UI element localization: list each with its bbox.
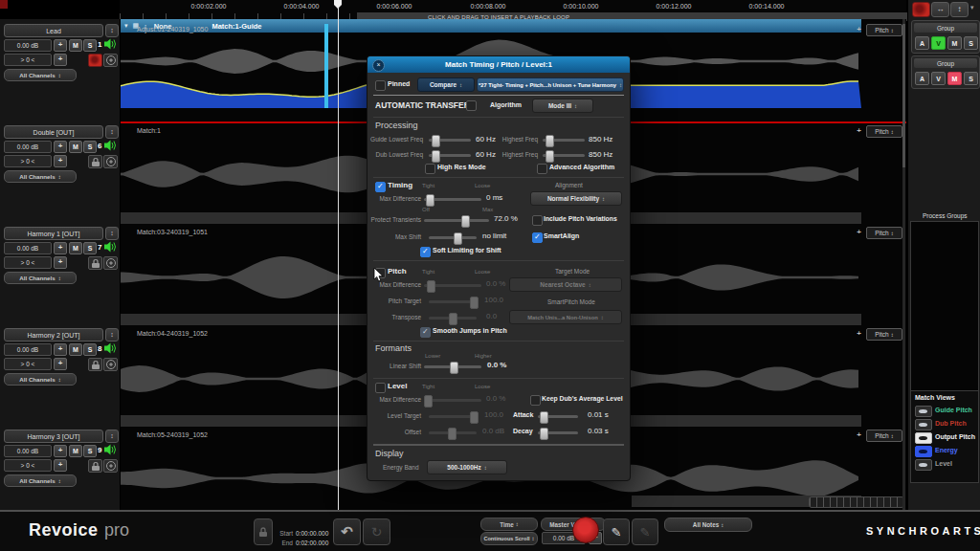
dub-highest-slider[interactable] [543,154,585,157]
solo-button[interactable]: S [83,39,97,52]
target-icon[interactable] [103,459,118,473]
vertical-scrollbar[interactable] [902,19,905,510]
track-resize-button[interactable]: ↕ [105,24,119,37]
soft-limiting-checkbox[interactable] [420,247,431,257]
lock-icon[interactable] [88,358,102,371]
track-name[interactable]: Harmony 3 [OUT] [4,430,103,443]
h-zoom-button[interactable]: ↔ [931,2,949,17]
crosshair-icon[interactable]: + [54,445,67,457]
target-icon[interactable] [103,256,118,270]
crosshair-icon[interactable]: + [855,328,863,339]
tab-match-guide[interactable]: Match:1-Guide [212,22,261,31]
process-groups-panel[interactable] [910,221,979,410]
high-res-checkbox[interactable] [425,164,435,174]
group-v-button[interactable]: V [931,72,946,85]
edit-tool-button[interactable]: ✎ [603,518,630,545]
pitch-view-button[interactable]: Pitch↕ [866,125,902,138]
target-icon[interactable] [103,155,118,168]
eye-icon-dub-pitch[interactable] [915,419,932,430]
include-pitch-checkbox[interactable] [532,215,543,226]
channels-dropdown[interactable]: All Channels↕ [4,373,77,386]
pan-field[interactable]: > 0 < [4,358,52,370]
close-icon[interactable]: × [372,59,385,72]
speaker-icon[interactable] [104,342,117,354]
lock-icon[interactable] [88,155,102,168]
track-resize-button[interactable]: ↕ [105,430,119,443]
speaker-icon[interactable] [104,38,117,50]
smartpitch-dropdown[interactable]: Match Unis...a Non-Unison↕ [509,310,622,324]
mute-button[interactable]: M [69,39,82,52]
solo-button[interactable]: S [83,343,97,356]
eye-icon-level[interactable] [915,459,932,471]
group-a-button[interactable]: A [915,72,929,85]
crosshair-icon[interactable]: + [54,242,67,254]
alignment-dropdown[interactable]: Normal Flexibility↕ [530,191,622,206]
mute-button[interactable]: M [69,445,82,457]
record-transfer-button[interactable] [572,517,599,543]
mute-button[interactable]: M [69,343,82,356]
solo-button[interactable]: S [83,242,97,254]
group-a-button[interactable]: A [915,36,929,50]
advanced-algo-checkbox[interactable] [537,164,547,174]
crosshair-icon[interactable]: + [855,430,863,440]
eye-icon-output-pitch[interactable] [915,432,932,444]
energy-band-dropdown[interactable]: 500-1000Hz↕ [427,460,507,474]
timing-checkbox[interactable] [375,182,386,192]
pitch-view-button[interactable]: Pitch↕ [866,24,902,36]
crosshair-icon[interactable]: + [54,54,67,66]
target-icon[interactable] [103,358,118,371]
attack-slider[interactable] [538,415,578,418]
group-m-button[interactable]: M [947,36,962,50]
session-tab-bar[interactable]: ▾ ▦ ↕ None Match:1-Guide [120,19,861,33]
gain-field[interactable]: 0.00 dB [4,445,52,457]
crosshair-icon[interactable]: + [54,155,67,167]
compare-dropdown[interactable]: Compare↕ [417,77,475,92]
mute-button[interactable]: M [69,242,82,254]
track-name[interactable]: Lead [4,24,103,37]
level-checkbox[interactable] [375,383,386,393]
scroll-mode-dropdown[interactable]: Continuous Scroll↕ [480,532,538,545]
crosshair-icon[interactable]: + [54,358,67,370]
loop-button[interactable]: ↻ [363,518,390,545]
timing-maxdiff-slider[interactable] [424,198,481,201]
pitch-view-button[interactable]: Pitch↕ [866,430,902,442]
gain-field[interactable]: 0.00 dB [4,141,52,153]
target-icon[interactable] [103,54,118,67]
channels-dropdown[interactable]: All Channels↕ [4,170,77,183]
track-name[interactable]: Double [OUT] [4,125,103,139]
crosshair-icon[interactable]: + [855,125,863,136]
crosshair-icon[interactable]: + [54,39,67,52]
group-m-button[interactable]: M [947,72,962,85]
auto-transfer-checkbox[interactable] [466,100,477,111]
transpose-slider[interactable] [429,317,477,320]
target-mode-dropdown[interactable]: Nearest Octave↕ [509,277,622,292]
smartalign-checkbox[interactable] [532,232,543,243]
guide-highest-slider[interactable] [543,139,585,142]
track-resize-button[interactable]: ↕ [105,227,119,240]
decay-slider[interactable] [538,431,578,434]
protect-slider[interactable] [424,219,489,222]
pan-field[interactable]: > 0 < [4,256,52,269]
channels-dropdown[interactable]: All Channels↕ [4,474,77,487]
gain-field[interactable]: 0.00 dB [4,242,52,254]
keep-dub-checkbox[interactable] [530,395,541,406]
group-s-button[interactable]: S [964,72,978,85]
panel-collapse-icon[interactable]: ▾ [970,4,974,11]
speaker-icon[interactable] [104,140,117,151]
track-name[interactable]: Harmony 1 [OUT] [4,227,103,240]
gain-field[interactable]: 0.00 dB [4,343,52,356]
pitch-view-button[interactable]: Pitch↕ [866,328,902,341]
pinned-checkbox[interactable] [375,80,386,91]
smooth-jumps-checkbox[interactable] [420,327,431,338]
time-mode-dropdown[interactable]: Time↕ [480,518,538,531]
algorithm-dropdown[interactable]: Mode III↕ [532,99,593,113]
pan-field[interactable]: > 0 < [4,459,52,472]
crosshair-icon[interactable]: + [855,24,863,34]
v-zoom-button[interactable]: ↕ [950,2,969,17]
gain-field[interactable]: 0.00 dB [4,39,52,52]
mute-button[interactable]: M [69,141,82,153]
linear-shift-slider[interactable] [424,365,481,368]
track-name[interactable]: Harmony 2 [OUT] [4,328,103,342]
dialog-title[interactable]: Match Timing / Pitch / Level:1 [368,56,630,73]
preset-dropdown[interactable]: *27 Tight- Timing + Pitch...h Unison + T… [477,77,624,92]
